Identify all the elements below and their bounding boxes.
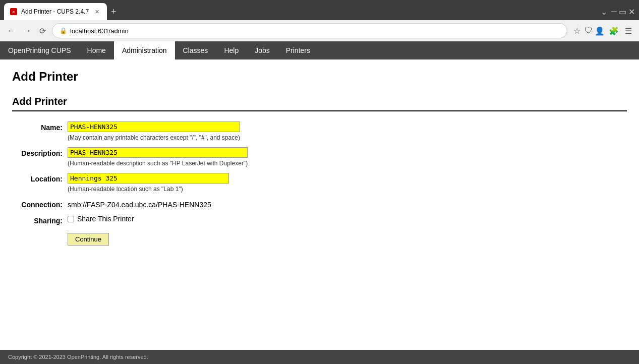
back-button[interactable]: ← bbox=[5, 24, 17, 37]
sharing-label: Sharing: bbox=[12, 215, 68, 225]
bookmark-button[interactable]: ☆ bbox=[571, 24, 583, 38]
location-field-group: (Human-readable location such as "Lab 1"… bbox=[68, 173, 229, 193]
location-hint: (Human-readable location such as "Lab 1"… bbox=[68, 186, 229, 193]
profile-button[interactable]: 👤 bbox=[595, 26, 605, 36]
name-input[interactable] bbox=[68, 122, 240, 132]
tab-overflow-button[interactable]: ⌄ bbox=[601, 7, 607, 17]
active-tab[interactable]: c Add Printer - CUPS 2.4.7 ✕ bbox=[4, 3, 107, 20]
connection-label: Connection: bbox=[12, 199, 68, 209]
page-footer: Copyright © 2021-2023 OpenPrinting. All … bbox=[0, 350, 639, 352]
description-field-group: (Human-readable description such as "HP … bbox=[68, 147, 248, 167]
continue-row: Continue bbox=[12, 231, 627, 246]
nav-administration[interactable]: Administration bbox=[114, 41, 175, 59]
nav-classes[interactable]: Classes bbox=[175, 41, 216, 59]
window-controls: ─ ▭ ✕ bbox=[611, 7, 635, 17]
nav-home[interactable]: Home bbox=[79, 41, 114, 59]
tab-favicon: c bbox=[10, 8, 17, 15]
nav-openprinting-cups[interactable]: OpenPrinting CUPS bbox=[0, 41, 79, 59]
tab-title: Add Printer - CUPS 2.4.7 bbox=[21, 8, 89, 15]
location-label: Location: bbox=[12, 173, 68, 183]
location-row: Location: (Human-readable location such … bbox=[12, 173, 627, 193]
maximize-button[interactable]: ▭ bbox=[619, 7, 626, 17]
sharing-checkbox-label: Share This Printer bbox=[77, 215, 134, 223]
nav-jobs[interactable]: Jobs bbox=[247, 41, 278, 59]
description-hint: (Human-readable description such as "HP … bbox=[68, 160, 248, 167]
description-row: Description: (Human-readable description… bbox=[12, 147, 627, 167]
new-tab-button[interactable]: + bbox=[111, 7, 117, 17]
nav-help[interactable]: Help bbox=[216, 41, 247, 59]
section-title: Add Printer bbox=[12, 96, 627, 111]
nav-printers[interactable]: Printers bbox=[278, 41, 318, 59]
tab-close-button[interactable]: ✕ bbox=[93, 8, 101, 16]
minimize-button[interactable]: ─ bbox=[611, 7, 617, 17]
name-row: Name: (May contain any printable charact… bbox=[12, 122, 627, 141]
shield-button[interactable]: 🛡 bbox=[585, 26, 593, 35]
name-field-group: (May contain any printable characters ex… bbox=[68, 122, 240, 141]
connection-value: smb://FASP-Z04.ead.ubc.ca/PHAS-HENN325 bbox=[68, 199, 211, 209]
reload-button[interactable]: ⟳ bbox=[37, 24, 48, 38]
security-icon: 🔒 bbox=[60, 27, 67, 34]
continue-button[interactable]: Continue bbox=[68, 233, 109, 246]
sharing-field-group: Share This Printer bbox=[68, 215, 134, 223]
description-label: Description: bbox=[12, 147, 68, 157]
page-content: Add Printer Add Printer Name: (May conta… bbox=[0, 59, 639, 352]
sharing-checkbox[interactable] bbox=[68, 216, 74, 222]
forward-button[interactable]: → bbox=[21, 24, 33, 37]
extensions-button[interactable]: 🧩 bbox=[607, 24, 621, 38]
continue-spacer bbox=[12, 231, 68, 233]
name-hint: (May contain any printable characters ex… bbox=[68, 134, 240, 141]
url-display: localhost:631/admin bbox=[70, 27, 129, 35]
connection-row: Connection: smb://FASP-Z04.ead.ubc.ca/PH… bbox=[12, 199, 627, 209]
page-title: Add Printer bbox=[12, 70, 627, 84]
sharing-row: Sharing: Share This Printer bbox=[12, 215, 627, 225]
name-label: Name: bbox=[12, 122, 68, 132]
cups-navigation: OpenPrinting CUPS Home Administration Cl… bbox=[0, 41, 639, 59]
address-bar[interactable]: 🔒 localhost:631/admin bbox=[52, 23, 567, 38]
menu-button[interactable]: ☰ bbox=[623, 24, 634, 38]
close-button[interactable]: ✕ bbox=[628, 7, 635, 17]
description-input[interactable] bbox=[68, 147, 248, 158]
location-input[interactable] bbox=[68, 173, 229, 184]
